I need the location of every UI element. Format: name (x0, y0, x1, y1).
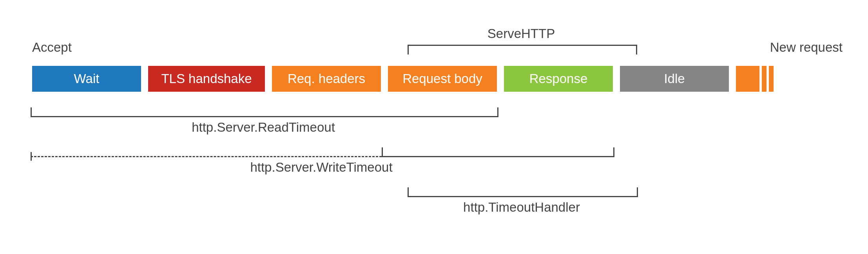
write-timeout-left-tick (31, 152, 32, 161)
phase-response: Response (504, 66, 613, 92)
timeout-diagram: Accept New request ServeHTTP Wait TLS ha… (0, 0, 868, 254)
phase-req-body: Request body (388, 66, 497, 92)
phase-slice (736, 66, 759, 92)
write-timeout-dashed (31, 156, 382, 158)
phase-idle: Idle (620, 66, 729, 92)
serve-http-bracket (408, 45, 637, 54)
read-timeout-bracket (31, 107, 498, 117)
timeout-handler-label: http.TimeoutHandler (408, 200, 636, 215)
phase-slice (762, 66, 767, 92)
phase-slice (769, 66, 774, 92)
serve-http-label: ServeHTTP (406, 26, 637, 41)
write-timeout-label: http.Server.WriteTimeout (31, 160, 612, 175)
write-timeout-bracket (382, 147, 614, 157)
read-timeout-label: http.Server.ReadTimeout (31, 120, 496, 135)
phase-tls: TLS handshake (148, 66, 265, 92)
new-request-label: New request (770, 40, 843, 55)
phase-req-headers: Req. headers (272, 66, 381, 92)
phase-row: Wait TLS handshake Req. headers Request … (32, 66, 774, 92)
phase-new-request-slices (736, 66, 774, 92)
phase-wait: Wait (32, 66, 141, 92)
accept-label: Accept (32, 40, 72, 55)
timeout-handler-bracket (408, 187, 638, 197)
